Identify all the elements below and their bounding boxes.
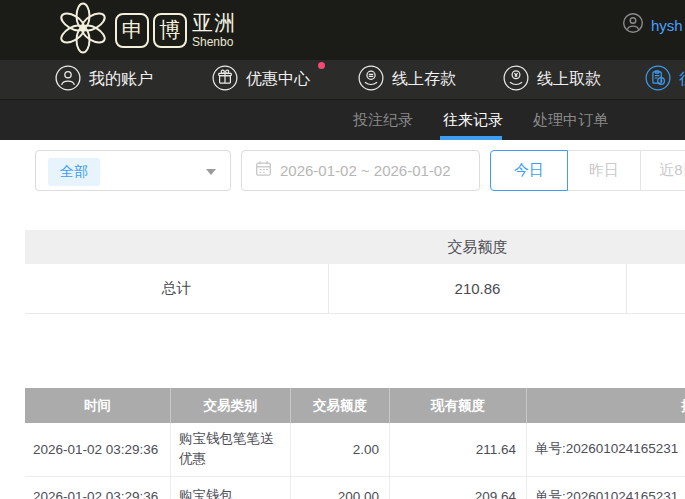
- withdraw-icon: [503, 65, 529, 95]
- nav-item-label: 线上取款: [537, 69, 601, 90]
- nav-item-label: 优惠中心: [246, 69, 310, 90]
- cell-amount: 200.00: [290, 477, 389, 499]
- nav-item-deposit[interactable]: 线上存款: [358, 60, 456, 99]
- cell-time: 2026-01-02 03:29:36: [25, 423, 170, 476]
- tab-pending-orders[interactable]: 处理中订单: [533, 100, 608, 141]
- table-header-row: 时间 交易类别 交易额度 现有额度 摘要: [25, 388, 685, 423]
- tab-label: 投注纪录: [353, 111, 413, 130]
- summary-amount-header: 交易额度: [328, 230, 627, 264]
- logo-region-cn: 亚洲: [192, 12, 236, 33]
- col-header-note: 摘要: [526, 388, 685, 423]
- account-icon: [55, 65, 81, 95]
- cell-amount: 2.00: [290, 423, 389, 476]
- summary-total-row: 总计 210.86: [25, 264, 685, 314]
- cell-time: 2026-01-02 03:29:36: [25, 477, 170, 499]
- cell-type: 购宝钱包: [170, 477, 290, 499]
- cell-balance: 209.64: [389, 477, 526, 499]
- summary-header-row: 交易额度: [25, 230, 685, 264]
- tab-label: 往来记录: [443, 111, 503, 130]
- summary-empty-cell: [627, 264, 685, 313]
- user-avatar-icon: [622, 12, 644, 38]
- col-header-amount: 交易额度: [290, 388, 389, 423]
- quick-filter-recent-button[interactable]: 近8日: [640, 150, 685, 191]
- tab-betting-records[interactable]: 投注纪录: [353, 100, 413, 141]
- date-range-input[interactable]: 2026-01-02 ~ 2026-01-02: [241, 150, 480, 191]
- top-header-bar: 申 博 亚洲 Shenbo hysh: [0, 0, 685, 60]
- button-label: 今日: [514, 161, 544, 180]
- transaction-type-select[interactable]: 全部: [35, 150, 231, 191]
- gift-icon: [212, 65, 238, 95]
- summary-total-value: 210.86: [328, 264, 627, 313]
- user-account-area[interactable]: hysh: [622, 12, 683, 38]
- button-label: 昨日: [589, 161, 619, 180]
- brand-logo[interactable]: 申 博 亚洲 Shenbo: [55, 3, 236, 57]
- nav-item-my-account[interactable]: 我的账户: [55, 60, 153, 99]
- username-text[interactable]: hysh: [651, 17, 683, 34]
- nav-item-label: 线上存款: [392, 69, 456, 90]
- button-label: 近8日: [659, 161, 685, 180]
- table-row: 2026-01-02 03:29:36 购宝钱包 200.00 209.64 单…: [25, 477, 685, 499]
- col-header-type: 交易类别: [170, 388, 290, 423]
- col-header-balance: 现有额度: [389, 388, 526, 423]
- deposit-icon: [358, 65, 384, 95]
- nav-item-promotions[interactable]: 优惠中心: [212, 60, 310, 99]
- logo-region-en: Shenbo: [192, 36, 236, 48]
- tab-label: 处理中订单: [533, 111, 608, 130]
- logo-region-text: 亚洲 Shenbo: [192, 12, 236, 48]
- cell-balance: 211.64: [389, 423, 526, 476]
- tab-transaction-records[interactable]: 往来记录: [443, 100, 503, 141]
- nav-item-records[interactable]: 往来记录: [645, 60, 685, 99]
- chevron-down-icon: [206, 169, 216, 175]
- table-row: 2026-01-02 03:29:36 购宝钱包笔笔送优惠 2.00 211.6…: [25, 423, 685, 477]
- flower-logo-icon: [55, 2, 111, 58]
- cell-type: 购宝钱包笔笔送优惠: [170, 423, 290, 476]
- calendar-icon: [242, 160, 272, 181]
- quick-filter-today-button[interactable]: 今日: [490, 150, 568, 191]
- col-header-time: 时间: [25, 388, 170, 423]
- selected-type-chip[interactable]: 全部: [48, 158, 100, 186]
- quick-filter-yesterday-button[interactable]: 昨日: [567, 150, 641, 191]
- summary-total-label: 总计: [25, 264, 328, 313]
- page: 申 博 亚洲 Shenbo hysh: [0, 0, 685, 499]
- promo-notification-dot: [318, 62, 325, 69]
- nav-item-label: 往来记录: [679, 69, 685, 90]
- nav-item-withdraw[interactable]: 线上取款: [503, 60, 601, 99]
- summary-table: 交易额度 总计 210.86: [25, 230, 685, 314]
- date-range-value: 2026-01-02 ~ 2026-01-02: [280, 162, 451, 179]
- cell-note: 单号:202601024165231: [526, 477, 685, 499]
- cell-note: 单号:202601024165231: [526, 423, 685, 476]
- active-tab-underline: [440, 136, 502, 140]
- nav-item-label: 我的账户: [89, 69, 153, 90]
- record-tabs-bar: 投注纪录 往来记录 处理中订单: [0, 99, 685, 140]
- records-icon: [645, 65, 671, 95]
- logo-char-box-1: 申: [115, 13, 149, 48]
- main-nav-bar: 我的账户 优惠中心: [0, 60, 685, 99]
- logo-char-box-2: 博: [153, 13, 187, 48]
- transactions-table: 时间 交易类别 交易额度 现有额度 摘要 2026-01-02 03:29:36…: [25, 388, 685, 499]
